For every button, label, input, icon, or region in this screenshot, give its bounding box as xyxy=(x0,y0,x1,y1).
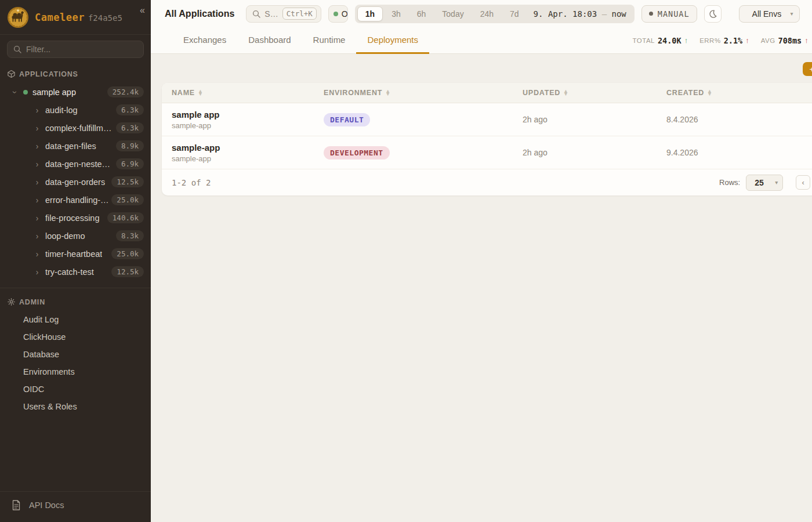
table-row[interactable]: sample-app sample-app DEVELOPMENT 2h ago… xyxy=(162,136,812,169)
keyboard-shortcut-badge: Ctrl+K xyxy=(282,8,317,20)
caret-down-icon: ▾ xyxy=(775,179,778,186)
stat-label: AVG xyxy=(761,37,775,44)
count-badge: 25.0k xyxy=(111,194,144,205)
stat-value: 2.1% xyxy=(724,36,743,45)
sidebar-item-users-roles[interactable]: Users & Roles xyxy=(0,398,151,415)
applications-tree: › sample app 252.4k › audit-log 6.3k › c… xyxy=(0,83,151,281)
app-slug: sample-app xyxy=(172,154,314,163)
date-range-display[interactable]: 9. Apr. 18:03 — now xyxy=(528,9,632,19)
app-name: Cameleer xyxy=(35,12,85,23)
dark-mode-toggle[interactable] xyxy=(704,5,722,23)
date-separator: — xyxy=(602,9,607,19)
create-app-button[interactable]: + Create App xyxy=(803,62,812,76)
count-badge: 25.0k xyxy=(111,248,144,259)
sidebar-item-audit-log[interactable]: Audit Log xyxy=(0,311,151,328)
global-search[interactable]: S… Ctrl+K xyxy=(246,5,321,23)
table-row[interactable]: sample app sample-app DEFAULT 2h ago 8.4… xyxy=(162,103,812,136)
range-1h[interactable]: 1h xyxy=(357,6,383,21)
stat-total: TOTAL 24.0K ↑ xyxy=(632,36,688,45)
column-header-updated[interactable]: UPDATED ▲▼ xyxy=(513,89,657,97)
tree-item[interactable]: › audit-log 6.3k xyxy=(0,101,151,119)
count-badge: 8.3k xyxy=(116,230,144,241)
chevron-right-icon[interactable]: › xyxy=(34,160,41,169)
range-6h[interactable]: 6h xyxy=(409,6,434,21)
sidebar-item-database[interactable]: Database xyxy=(0,346,151,363)
app-name: sample-app xyxy=(172,143,314,153)
column-label: CREATED xyxy=(666,89,704,97)
environment-select[interactable]: All Envs ▾ xyxy=(739,5,800,23)
column-header-created[interactable]: CREATED ▲▼ xyxy=(657,89,812,97)
tree-item[interactable]: › data-gen-orders 12.5k xyxy=(0,173,151,191)
sidebar-item-oidc[interactable]: OIDC xyxy=(0,380,151,398)
chevron-down-icon[interactable]: › xyxy=(10,89,20,96)
status-chip[interactable]: O xyxy=(328,5,348,23)
api-docs-link[interactable]: API Docs xyxy=(0,492,151,522)
chevron-right-icon[interactable]: › xyxy=(34,213,41,223)
chevron-right-icon[interactable]: › xyxy=(34,177,41,187)
package-icon xyxy=(7,70,16,78)
environment-select-value: All Envs xyxy=(752,9,782,19)
tree-item-sample-app[interactable]: › sample app 252.4k xyxy=(0,83,151,101)
tab-dashboard[interactable]: Dashboard xyxy=(237,27,302,54)
environment-cell: DEFAULT xyxy=(314,113,513,126)
admin-section-header: ADMIN xyxy=(7,298,144,306)
range-3h[interactable]: 3h xyxy=(384,6,408,21)
stat-value: 708ms xyxy=(778,36,802,45)
column-label: ENVIRONMENT xyxy=(324,89,382,97)
sidebar-item-environments[interactable]: Environments xyxy=(0,363,151,380)
tree-item-label: sample app xyxy=(32,88,76,97)
admin-section-label: ADMIN xyxy=(19,298,45,306)
tree-item-label: complex-fulfillm… xyxy=(45,124,111,133)
chevron-right-icon[interactable]: › xyxy=(34,142,41,151)
chevron-right-icon[interactable]: › xyxy=(34,231,41,241)
tree-item-label: data-gen-files xyxy=(45,142,96,151)
tree-item[interactable]: › try-catch-test 12.5k xyxy=(0,263,151,281)
tab-deployments[interactable]: Deployments xyxy=(356,27,429,54)
chevron-right-icon[interactable]: › xyxy=(34,124,41,133)
range-7d[interactable]: 7d xyxy=(502,6,527,21)
trend-up-icon: ↑ xyxy=(804,36,809,45)
rows-per-page-select[interactable]: 25 ▾ xyxy=(746,175,783,191)
tree-item[interactable]: › complex-fulfillm… 6.3k xyxy=(0,119,151,137)
tab-exchanges[interactable]: Exchanges xyxy=(172,27,237,54)
previous-page-button[interactable]: ‹ xyxy=(796,175,810,190)
stat-value: 24.0K xyxy=(658,36,682,45)
cameleer-logo-icon xyxy=(7,6,29,28)
filter-input[interactable] xyxy=(26,45,137,54)
range-24h[interactable]: 24h xyxy=(473,6,501,21)
tree-item-label: audit-log xyxy=(45,106,78,115)
chevron-right-icon[interactable]: › xyxy=(34,249,41,259)
date-from: 9. Apr. 18:03 xyxy=(534,9,597,19)
column-label: UPDATED xyxy=(523,89,560,97)
refresh-mode-button[interactable]: MANUAL xyxy=(641,5,697,23)
tree-item[interactable]: › timer-heartbeat 25.0k xyxy=(0,245,151,263)
applications-section-label: APPLICATIONS xyxy=(19,70,78,78)
page-title: All Applications xyxy=(165,9,234,19)
tab-runtime[interactable]: Runtime xyxy=(302,27,357,54)
chevron-right-icon[interactable]: › xyxy=(34,267,41,277)
tree-item[interactable]: › file-processing 140.6k xyxy=(0,209,151,227)
stat-label: TOTAL xyxy=(632,37,655,44)
created-cell: 8.4.2026 xyxy=(657,115,812,124)
column-header-name[interactable]: NAME ▲▼ xyxy=(162,89,314,97)
applications-section-header: APPLICATIONS xyxy=(7,70,144,78)
status-chip-text: O xyxy=(342,9,348,19)
tree-item[interactable]: › error-handling-… 25.0k xyxy=(0,191,151,209)
tree-item[interactable]: › data-gen-neste… 6.9k xyxy=(0,155,151,173)
tree-item[interactable]: › loop-demo 8.3k xyxy=(0,227,151,245)
tree-item-label: try-catch-test xyxy=(45,267,94,277)
column-header-environment[interactable]: ENVIRONMENT ▲▼ xyxy=(314,89,513,97)
count-badge: 140.6k xyxy=(107,212,144,223)
sidebar-item-clickhouse[interactable]: ClickHouse xyxy=(0,328,151,346)
sidebar-filter[interactable] xyxy=(7,41,144,58)
search-placeholder-text: S… xyxy=(264,9,278,19)
trend-up-icon: ↑ xyxy=(745,36,749,45)
sidebar-collapse-icon[interactable]: « xyxy=(140,6,145,15)
count-badge: 252.4k xyxy=(107,86,144,97)
rows-per-page-value: 25 xyxy=(755,178,764,187)
build-hash: f24a5e5 xyxy=(88,13,122,23)
chevron-right-icon[interactable]: › xyxy=(34,106,41,115)
chevron-right-icon[interactable]: › xyxy=(34,195,41,205)
tree-item[interactable]: › data-gen-files 8.9k xyxy=(0,137,151,155)
range-today[interactable]: Today xyxy=(434,6,471,21)
